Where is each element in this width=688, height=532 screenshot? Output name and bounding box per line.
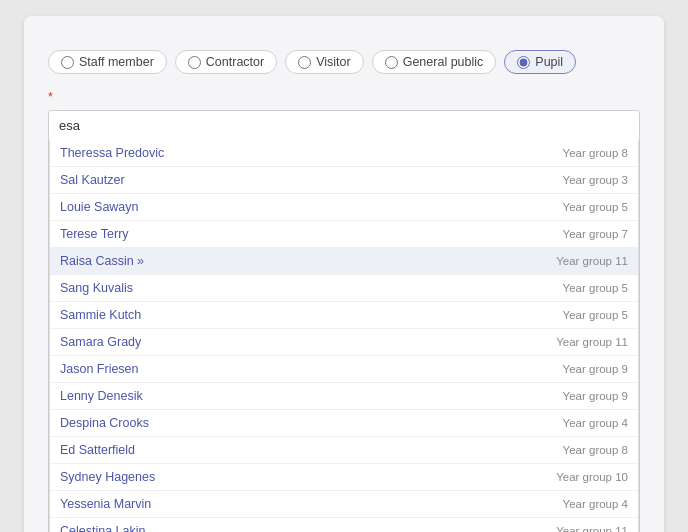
item-name: Jason Friesen	[60, 362, 139, 376]
radio-option-contractor[interactable]: Contractor	[175, 50, 277, 74]
radio-label-pupil: Pupil	[535, 55, 563, 69]
dropdown-item[interactable]: Theressa PredovicYear group 8	[50, 140, 638, 167]
radio-label-general: General public	[403, 55, 484, 69]
item-name: Terese Terry	[60, 227, 129, 241]
search-wrapper: Theressa PredovicYear group 8Sal Kautzer…	[48, 110, 640, 532]
person-type-group: Staff memberContractorVisitorGeneral pub…	[48, 50, 640, 74]
full-name-label: *	[48, 90, 640, 104]
item-name: Celestina Lakin	[60, 524, 145, 532]
item-group: Year group 3	[563, 174, 628, 186]
item-group: Year group 11	[556, 255, 628, 267]
required-indicator: *	[48, 90, 53, 104]
dropdown-item[interactable]: Jason FriesenYear group 9	[50, 356, 638, 383]
item-name: Sammie Kutch	[60, 308, 141, 322]
item-group: Year group 10	[556, 471, 628, 483]
item-name: Sang Kuvalis	[60, 281, 133, 295]
item-group: Year group 5	[563, 282, 628, 294]
dropdown-item[interactable]: Samara GradyYear group 11	[50, 329, 638, 356]
dropdown-item[interactable]: Raisa Cassin »Year group 11	[50, 248, 638, 275]
dropdown-item[interactable]: Sydney HagenesYear group 10	[50, 464, 638, 491]
item-group: Year group 9	[563, 390, 628, 402]
item-name: Sal Kautzer	[60, 173, 125, 187]
dropdown-item[interactable]: Sal KautzerYear group 3	[50, 167, 638, 194]
item-group: Year group 8	[563, 147, 628, 159]
item-name: Yessenia Marvin	[60, 497, 151, 511]
dropdown-item[interactable]: Louie SawaynYear group 5	[50, 194, 638, 221]
item-group: Year group 11	[556, 336, 628, 348]
item-name: Theressa Predovic	[60, 146, 164, 160]
dropdown-item[interactable]: Lenny DenesikYear group 9	[50, 383, 638, 410]
item-name: Samara Grady	[60, 335, 141, 349]
item-name: Lenny Denesik	[60, 389, 143, 403]
item-group: Year group 5	[563, 309, 628, 321]
item-name: Raisa Cassin »	[60, 254, 144, 268]
dropdown-item[interactable]: Sang KuvalisYear group 5	[50, 275, 638, 302]
radio-option-staff[interactable]: Staff member	[48, 50, 167, 74]
dropdown-item[interactable]: Ed SatterfieldYear group 8	[50, 437, 638, 464]
dropdown-list: Theressa PredovicYear group 8Sal Kautzer…	[49, 140, 639, 532]
radio-label-staff: Staff member	[79, 55, 154, 69]
item-name: Ed Satterfield	[60, 443, 135, 457]
dropdown-item[interactable]: Terese TerryYear group 7	[50, 221, 638, 248]
affected-person-card: Staff memberContractorVisitorGeneral pub…	[24, 16, 664, 532]
item-group: Year group 4	[563, 498, 628, 510]
item-group: Year group 9	[563, 363, 628, 375]
dropdown-item[interactable]: Despina CrooksYear group 4	[50, 410, 638, 437]
radio-option-general[interactable]: General public	[372, 50, 497, 74]
item-group: Year group 5	[563, 201, 628, 213]
dropdown-item[interactable]: Sammie KutchYear group 5	[50, 302, 638, 329]
item-group: Year group 11	[556, 525, 628, 532]
item-name: Despina Crooks	[60, 416, 149, 430]
dropdown-item[interactable]: Celestina LakinYear group 11	[50, 518, 638, 532]
item-group: Year group 8	[563, 444, 628, 456]
dropdown-item[interactable]: Yessenia MarvinYear group 4	[50, 491, 638, 518]
radio-option-pupil[interactable]: Pupil	[504, 50, 576, 74]
item-name: Sydney Hagenes	[60, 470, 155, 484]
radio-label-contractor: Contractor	[206, 55, 264, 69]
item-name: Louie Sawayn	[60, 200, 139, 214]
search-input[interactable]	[49, 111, 639, 140]
radio-label-visitor: Visitor	[316, 55, 351, 69]
item-group: Year group 4	[563, 417, 628, 429]
item-group: Year group 7	[563, 228, 628, 240]
radio-option-visitor[interactable]: Visitor	[285, 50, 364, 74]
